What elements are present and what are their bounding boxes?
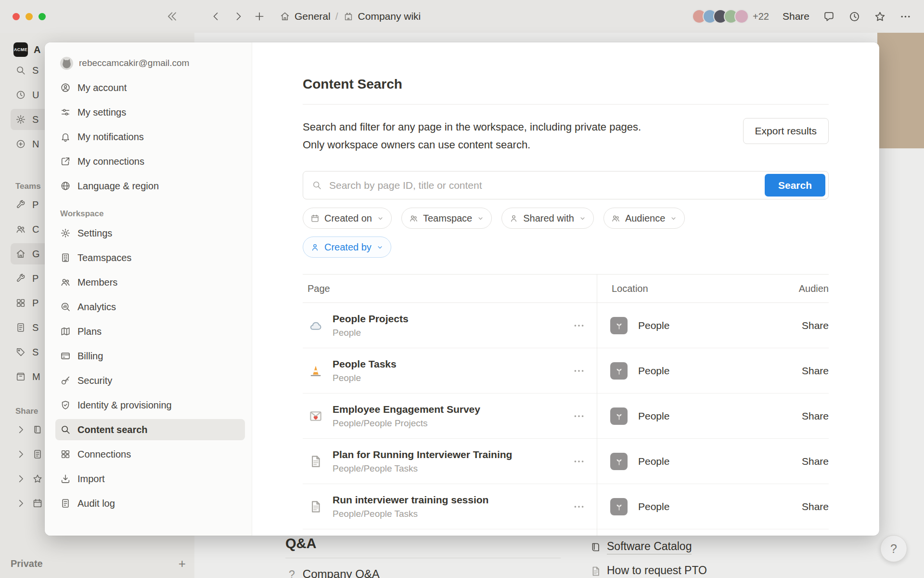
settings-item-label: Import [77,473,105,485]
account-email: rebeccamcakir@gmail.com [79,58,189,68]
settings-sidebar-item-content-search[interactable]: Content search [55,419,245,440]
love-letter-icon [308,409,323,423]
chart-search-icon [60,302,71,312]
page-title: Content Search [303,76,829,92]
settings-sidebar-item-my-connections[interactable]: My connections [55,151,245,172]
settings-sidebar-item-my-account[interactable]: My account [55,77,245,98]
row-page-text: Employee Engagement SurveyPeople/People … [333,404,573,429]
settings-item-label: Language & region [77,181,159,192]
settings-sidebar-item-identity-provisioning[interactable]: Identity & provisioning [55,394,245,416]
row-page-cell[interactable]: People ProjectsPeople [303,313,597,338]
row-actions-icon[interactable] [573,319,585,332]
filter-audience[interactable]: Audience [603,208,685,229]
settings-item-label: Connections [77,449,131,460]
search-button[interactable]: Search [765,174,825,197]
filter-created-by[interactable]: Created by [303,236,391,258]
settings-sidebar-item-import[interactable]: Import [55,468,245,489]
settings-sidebar-item-members[interactable]: Members [55,272,245,293]
settings-sidebar-item-audit-log[interactable]: Audit log [55,493,245,514]
row-page-title[interactable]: Run interviewer training session [333,494,573,506]
row-location-name: People [638,501,669,512]
row-location-name: People [638,365,669,377]
sprout-icon [614,456,624,466]
filter-shared-with[interactable]: Shared with [501,208,594,229]
column-divider [597,274,597,536]
row-page-text: Plan for Running Interviewer TrainingPeo… [333,449,573,474]
chevron-down-icon [477,215,484,222]
settings-item-label: My connections [77,156,144,167]
chevron-down-icon [377,215,384,222]
filter-label: Audience [625,213,665,224]
filter-created-on[interactable]: Created on [303,208,392,229]
search-bar: Search [303,171,829,199]
settings-item-label: Security [77,375,112,386]
arrow-out-icon [60,156,71,167]
row-page-title[interactable]: Plan for Running Interviewer Training [333,449,573,460]
row-actions-icon[interactable] [573,365,585,377]
row-page-text: Run interviewer training sessionPeople/P… [333,494,573,519]
row-audience-value: Share [703,501,829,512]
row-page-cell[interactable]: Employee Engagement SurveyPeople/People … [303,404,597,429]
row-actions-icon[interactable] [573,455,585,468]
settings-sidebar-item-my-settings[interactable]: My settings [55,102,245,123]
settings-sidebar-item-analytics[interactable]: Analytics [55,296,245,317]
row-location-name: People [638,320,669,331]
row-page-cell[interactable]: Plan for Running Interviewer TrainingPeo… [303,449,597,474]
settings-sidebar-item-plans[interactable]: Plans [55,321,245,342]
column-header-location: Location [597,283,703,294]
row-page-path: People/People Tasks [333,463,573,474]
person-icon [509,214,518,223]
row-page-text: People ProjectsPeople [333,313,573,338]
table-row[interactable]: Employee Engagement SurveyPeople/People … [303,394,829,439]
export-results-button[interactable]: Export results [743,118,829,144]
column-header-page: Page [303,283,597,294]
calendar-icon [310,214,320,223]
chevron-down-icon [670,215,677,222]
settings-item-label: My notifications [77,131,144,143]
row-audience-value: Share [703,410,829,422]
row-page-title[interactable]: People Tasks [333,358,573,370]
gear-icon [60,228,71,238]
row-location-cell: People [597,407,703,425]
sprout-icon [614,411,624,421]
settings-sidebar-item-my-notifications[interactable]: My notifications [55,126,245,147]
table-row[interactable]: Plan for Running Interviewer TrainingPeo… [303,439,829,484]
row-location-name: People [638,410,669,422]
table-row[interactable]: Run interviewer training sessionPeople/P… [303,484,829,529]
filter-teamspace[interactable]: Teamspace [401,208,492,229]
row-page-text: People TasksPeople [333,358,573,383]
settings-sidebar: rebeccamcakir@gmail.com My accountMy set… [45,42,252,536]
settings-sidebar-item-security[interactable]: Security [55,370,245,391]
settings-sidebar-item-language-region[interactable]: Language & region [55,175,245,197]
people-icon [60,277,71,288]
settings-item-label: Analytics [77,302,116,313]
table-header-row: Page Location Audien [303,274,829,303]
settings-item-label: Members [77,277,117,288]
row-audience-value: Share [703,320,829,331]
row-actions-icon[interactable] [573,500,585,513]
row-page-cell[interactable]: People TasksPeople [303,358,597,383]
row-page-title[interactable]: People Projects [333,313,573,325]
settings-sidebar-item-settings[interactable]: Settings [55,223,245,244]
row-actions-icon[interactable] [573,410,585,422]
globe-icon [60,181,71,191]
search-icon [60,424,71,435]
row-page-title[interactable]: Employee Engagement Survey [333,404,573,415]
settings-modal: rebeccamcakir@gmail.com My accountMy set… [45,42,879,536]
table-row[interactable]: People TasksPeoplePeopleShare [303,348,829,394]
row-location-cell: People [597,317,703,334]
search-input[interactable] [328,179,765,192]
row-page-path: People/People Tasks [333,509,573,519]
table-row[interactable]: People ProjectsPeoplePeopleShare [303,303,829,348]
settings-item-label: My settings [77,107,126,118]
settings-item-label: Billing [77,351,103,362]
settings-sidebar-item-teamspaces[interactable]: Teamspaces [55,247,245,268]
settings-sidebar-item-connections[interactable]: Connections [55,444,245,465]
row-page-path: People [333,373,573,383]
cloud-icon [308,318,323,333]
teamspace-icon [610,362,628,380]
sprout-icon [614,320,624,330]
teamspace-icon [610,407,628,425]
settings-sidebar-item-billing[interactable]: Billing [55,345,245,367]
row-page-cell[interactable]: Run interviewer training sessionPeople/P… [303,494,597,519]
